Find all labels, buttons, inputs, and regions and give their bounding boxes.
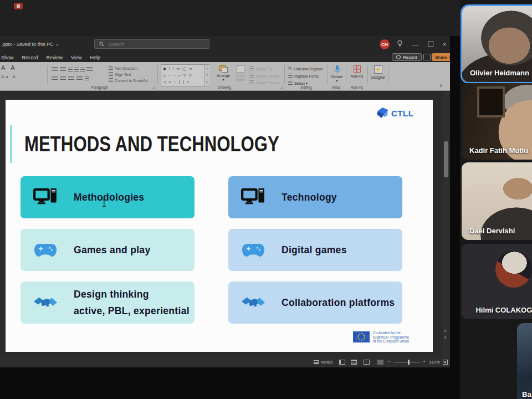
zoom-out-button[interactable]: −	[388, 359, 391, 364]
addins-button[interactable]: Add-ins	[349, 65, 365, 78]
slide-box-collaboration-platforms[interactable]: Collaboration platforms	[228, 282, 402, 324]
normal-view-button[interactable]	[339, 360, 345, 365]
find-icon	[288, 66, 292, 70]
search-input[interactable]	[108, 41, 193, 48]
shapes-gallery[interactable]: ▣ \ \ ▭ ◯ ▭ △ ⌐ ¬ ▱ ▽ ◇ ◁ ∪ ∩ { } ☆	[161, 64, 209, 86]
arrange-icon	[219, 65, 228, 73]
smartart-icon	[109, 78, 113, 82]
account-badge[interactable]: CH	[380, 39, 390, 49]
paragraph-text-buttons: Text Direction Align Text Convert to Sma…	[109, 65, 148, 84]
convert-smartart-button[interactable]: Convert to SmartArt	[109, 78, 148, 84]
quick-styles-icon	[236, 65, 245, 73]
collapse-ribbon-icon[interactable]: ∧	[439, 83, 443, 88]
paragraph-list-icons[interactable]	[52, 67, 95, 72]
autosave-chevron-icon[interactable]: ∨	[56, 43, 59, 47]
gamepad-icon	[33, 243, 58, 258]
scrollbar-thumb[interactable]	[444, 141, 448, 177]
align-text-icon	[109, 72, 113, 76]
designer-button[interactable]: Designer	[369, 65, 387, 79]
slide-scrollbar[interactable]: ∨ ∨	[443, 91, 449, 357]
reading-view-button[interactable]	[364, 360, 370, 365]
voice-group-label: Voice	[327, 85, 345, 89]
align-text-button[interactable]: Align Text	[109, 71, 148, 78]
tab-show[interactable]: Show	[1, 55, 14, 60]
font-style-icons[interactable]: Aa A	[1, 74, 17, 79]
zoom-slider[interactable]	[393, 362, 420, 362]
zoom-in-button[interactable]: +	[423, 359, 426, 364]
participant-name: Ba	[522, 390, 531, 398]
shapes-gallery-scroll[interactable]: ▴▾≡	[204, 65, 209, 86]
eu-funding-logo: Co-funded by the Erasmus+ Programme of t…	[353, 331, 409, 344]
group-divider	[327, 65, 328, 84]
search-icon	[99, 42, 104, 47]
maximize-icon	[428, 42, 433, 47]
title-bar: .pptx - Saved to this PC∨ CH — ×	[0, 36, 450, 53]
gamepad-icon	[241, 243, 266, 258]
document-title: .pptx - Saved to this PC∨	[1, 42, 59, 47]
font-size-icons[interactable]: A A	[1, 64, 17, 71]
fit-slide-button[interactable]	[443, 360, 448, 365]
participant-tile[interactable]: Kadir Fatih Mutlu	[462, 83, 532, 160]
minimize-button[interactable]: —	[408, 36, 422, 53]
record-button[interactable]: Record	[392, 53, 422, 61]
shape-outline-button[interactable]: Shape Outline	[249, 73, 279, 80]
quick-styles-button[interactable]: Quick Styles	[233, 65, 248, 81]
participant-tile[interactable]: Dael Dervishi	[462, 162, 532, 240]
lightbulb-icon[interactable]	[397, 40, 403, 48]
box-label: Collaboration platforms	[282, 297, 395, 309]
slide-canvas[interactable]: CTLL METHODS AND TECHNOLOGY Methodologie…	[6, 100, 433, 352]
tab-review[interactable]: Review	[47, 55, 63, 60]
tab-record[interactable]: Record	[22, 55, 38, 60]
addins-group-label: Add-ins	[347, 85, 367, 89]
paragraph-dialog-launcher-icon[interactable]	[152, 86, 155, 89]
dictate-button[interactable]: Dictate ▾	[329, 65, 345, 83]
shape-effects-icon	[249, 80, 254, 84]
slide-box-digital-games[interactable]: Digital games	[228, 229, 402, 271]
computer-icon	[241, 188, 266, 207]
slide-box-technology[interactable]: Technology	[228, 176, 402, 218]
search-box[interactable]	[94, 39, 209, 49]
share-button[interactable]: Share▾	[432, 53, 450, 61]
comments-icon[interactable]	[423, 54, 431, 60]
eu-funding-text: Co-funded by the Erasmus+ Programme of t…	[373, 331, 409, 344]
zoom-slider-thumb[interactable]	[408, 360, 410, 365]
previous-slide-icon[interactable]: ∨	[444, 329, 447, 333]
slide-box-methodologies[interactable]: Methodologies	[21, 176, 195, 218]
background-picture	[477, 86, 505, 117]
tab-help[interactable]: Help	[90, 55, 100, 60]
group-divider	[284, 65, 285, 84]
participant-tile[interactable]: Hilmi COLAKOGLU	[462, 244, 532, 319]
menu-bar: Show Record Review View Help Record Shar…	[0, 53, 450, 62]
designer-icon	[374, 65, 382, 74]
title-accent-bar	[10, 125, 12, 163]
shape-outline-icon	[249, 74, 254, 78]
close-button[interactable]: ×	[439, 36, 450, 53]
arrange-button[interactable]: Arrange ▾	[214, 65, 233, 82]
text-direction-button[interactable]: Text Direction	[109, 65, 148, 71]
participant-tile[interactable]: Olivier Heidmann	[461, 4, 532, 84]
paragraph-align-icons[interactable]	[52, 76, 91, 81]
paragraph-group-label: Paragraph	[55, 85, 144, 89]
group-divider	[346, 65, 346, 84]
group-divider	[157, 65, 158, 84]
shape-fill-button[interactable]: Shape Fill	[249, 66, 279, 73]
tab-view[interactable]: View	[71, 55, 81, 60]
maximize-button[interactable]	[423, 36, 438, 53]
participant-tile[interactable]: Ba	[517, 323, 532, 399]
slide-box-games-and-play[interactable]: Games and play	[21, 229, 195, 271]
font-group-fragment[interactable]: A A Aa A	[1, 64, 17, 79]
slide-title[interactable]: METHODS AND TECHNOLOGY	[24, 132, 279, 156]
notes-button[interactable]: Notes	[314, 360, 332, 365]
find-replace-button[interactable]: Find and Replace	[288, 65, 323, 73]
slide-box-design-thinking[interactable]: Design thinking active, PBL, experientia…	[21, 282, 195, 324]
drawing-group-label: Drawing	[183, 85, 266, 89]
slideshow-view-button[interactable]	[377, 360, 383, 365]
slide-sorter-view-button[interactable]	[351, 360, 357, 365]
zoom-level[interactable]: 112%	[429, 360, 440, 365]
box-label: Methodologies	[74, 192, 144, 203]
replace-fonts-button[interactable]: Replace Fonts	[288, 73, 323, 80]
drawing-dialog-launcher-icon[interactable]	[280, 86, 283, 89]
addins-icon	[354, 65, 361, 73]
eu-flag-icon	[353, 331, 370, 342]
next-slide-icon[interactable]: ∨	[444, 335, 447, 340]
